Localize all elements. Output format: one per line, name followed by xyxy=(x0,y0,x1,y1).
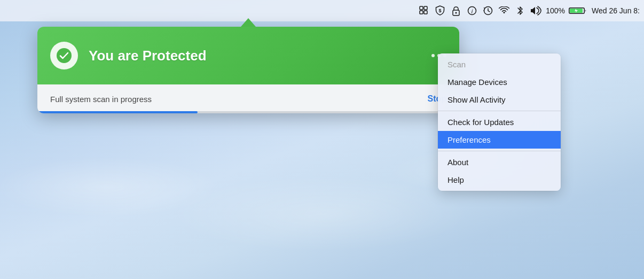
security-popup: You are Protected Full system scan in pr… xyxy=(37,27,459,113)
svg-text:$: $ xyxy=(439,8,442,13)
svg-rect-3 xyxy=(424,11,427,14)
svg-rect-1 xyxy=(424,6,427,10)
menubar: $ i xyxy=(0,0,644,21)
svg-point-6 xyxy=(455,12,457,13)
progress-bar-container xyxy=(37,111,459,113)
popup-arrow xyxy=(241,18,256,27)
menu-divider-2 xyxy=(438,151,561,151)
menu-item-about[interactable]: About xyxy=(438,153,561,171)
svg-point-12 xyxy=(57,48,72,63)
progress-bar-fill xyxy=(37,111,198,113)
grid-icon[interactable] xyxy=(418,4,430,17)
menu-item-show-all-activity[interactable]: Show All Activity xyxy=(438,91,561,108)
battery-icon[interactable] xyxy=(568,4,587,17)
battery-percent: 100% xyxy=(546,4,565,17)
scan-status-text: Full system scan in progress xyxy=(50,95,152,104)
shield-dollar-icon[interactable]: $ xyxy=(434,4,446,17)
menu-item-check-for-updates[interactable]: Check for Updates xyxy=(438,113,561,131)
menu-item-help[interactable]: Help xyxy=(438,171,561,189)
lock-icon[interactable] xyxy=(450,4,462,17)
protected-check-circle xyxy=(50,42,78,69)
svg-rect-0 xyxy=(420,6,423,10)
menubar-icons: $ i xyxy=(418,4,587,17)
menu-item-scan[interactable]: Scan xyxy=(438,56,561,73)
protected-title: You are Protected xyxy=(89,48,207,64)
menu-divider-1 xyxy=(438,111,561,111)
bluetooth-icon[interactable] xyxy=(514,4,527,17)
security-body: Full system scan in progress Stop xyxy=(37,84,459,113)
security-header: You are Protected xyxy=(37,27,459,84)
volume-icon[interactable] xyxy=(530,4,543,17)
svg-text:i: i xyxy=(472,8,473,14)
security-body-wrapper: Full system scan in progress Stop xyxy=(37,84,459,113)
wifi-icon[interactable] xyxy=(498,4,511,17)
menu-item-manage-devices[interactable]: Manage Devices xyxy=(438,73,561,91)
menubar-time: Wed 26 Jun 8: xyxy=(592,6,640,15)
dot-1 xyxy=(431,54,435,57)
menu-item-preferences[interactable]: Preferences xyxy=(438,131,561,149)
svg-rect-2 xyxy=(420,11,423,14)
context-menu: Scan Manage Devices Show All Activity Ch… xyxy=(438,53,561,191)
info-icon[interactable]: i xyxy=(466,4,478,17)
history-icon[interactable] xyxy=(482,4,494,17)
